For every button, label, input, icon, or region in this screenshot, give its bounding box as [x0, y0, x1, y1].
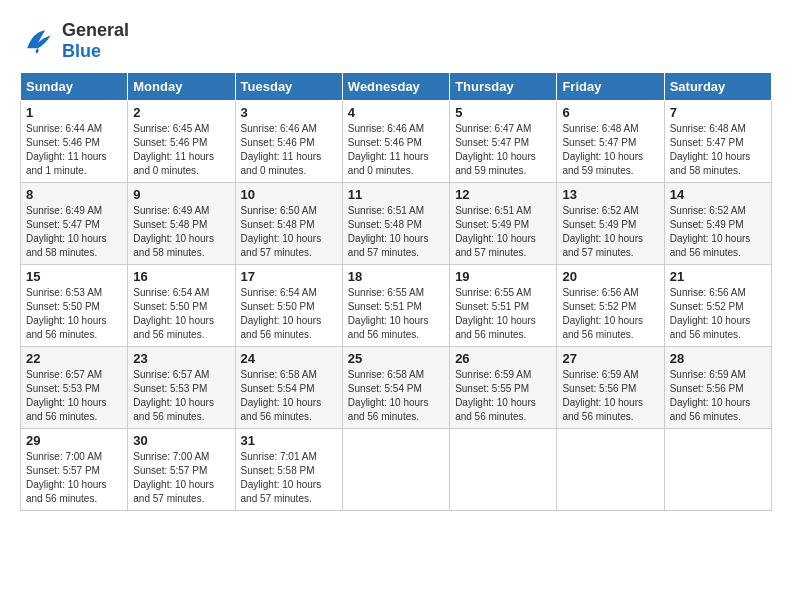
calendar-cell: 14 Sunrise: 6:52 AMSunset: 5:49 PMDaylig… — [664, 183, 771, 265]
day-number: 19 — [455, 269, 551, 284]
calendar-cell: 11 Sunrise: 6:51 AMSunset: 5:48 PMDaylig… — [342, 183, 449, 265]
calendar-week-5: 29 Sunrise: 7:00 AMSunset: 5:57 PMDaylig… — [21, 429, 772, 511]
day-info: Sunrise: 6:57 AMSunset: 5:53 PMDaylight:… — [26, 369, 107, 422]
day-number: 18 — [348, 269, 444, 284]
day-number: 13 — [562, 187, 658, 202]
day-info: Sunrise: 6:56 AMSunset: 5:52 PMDaylight:… — [562, 287, 643, 340]
day-info: Sunrise: 6:53 AMSunset: 5:50 PMDaylight:… — [26, 287, 107, 340]
day-number: 17 — [241, 269, 337, 284]
day-number: 4 — [348, 105, 444, 120]
calendar-cell: 25 Sunrise: 6:58 AMSunset: 5:54 PMDaylig… — [342, 347, 449, 429]
day-info: Sunrise: 6:59 AMSunset: 5:55 PMDaylight:… — [455, 369, 536, 422]
day-info: Sunrise: 6:58 AMSunset: 5:54 PMDaylight:… — [348, 369, 429, 422]
calendar-cell: 2 Sunrise: 6:45 AMSunset: 5:46 PMDayligh… — [128, 101, 235, 183]
weekday-tuesday: Tuesday — [235, 73, 342, 101]
weekday-monday: Monday — [128, 73, 235, 101]
calendar-cell: 12 Sunrise: 6:51 AMSunset: 5:49 PMDaylig… — [450, 183, 557, 265]
day-number: 25 — [348, 351, 444, 366]
day-number: 26 — [455, 351, 551, 366]
weekday-friday: Friday — [557, 73, 664, 101]
day-info: Sunrise: 6:57 AMSunset: 5:53 PMDaylight:… — [133, 369, 214, 422]
day-number: 29 — [26, 433, 122, 448]
day-number: 5 — [455, 105, 551, 120]
day-number: 14 — [670, 187, 766, 202]
calendar-cell: 30 Sunrise: 7:00 AMSunset: 5:57 PMDaylig… — [128, 429, 235, 511]
calendar-cell: 15 Sunrise: 6:53 AMSunset: 5:50 PMDaylig… — [21, 265, 128, 347]
day-number: 21 — [670, 269, 766, 284]
day-info: Sunrise: 6:59 AMSunset: 5:56 PMDaylight:… — [562, 369, 643, 422]
weekday-saturday: Saturday — [664, 73, 771, 101]
calendar-week-2: 8 Sunrise: 6:49 AMSunset: 5:47 PMDayligh… — [21, 183, 772, 265]
calendar-cell: 22 Sunrise: 6:57 AMSunset: 5:53 PMDaylig… — [21, 347, 128, 429]
calendar-week-3: 15 Sunrise: 6:53 AMSunset: 5:50 PMDaylig… — [21, 265, 772, 347]
day-info: Sunrise: 7:00 AMSunset: 5:57 PMDaylight:… — [133, 451, 214, 504]
day-number: 9 — [133, 187, 229, 202]
calendar-cell: 3 Sunrise: 6:46 AMSunset: 5:46 PMDayligh… — [235, 101, 342, 183]
weekday-thursday: Thursday — [450, 73, 557, 101]
day-info: Sunrise: 6:52 AMSunset: 5:49 PMDaylight:… — [562, 205, 643, 258]
day-number: 28 — [670, 351, 766, 366]
day-number: 24 — [241, 351, 337, 366]
day-info: Sunrise: 6:58 AMSunset: 5:54 PMDaylight:… — [241, 369, 322, 422]
weekday-sunday: Sunday — [21, 73, 128, 101]
day-number: 7 — [670, 105, 766, 120]
day-info: Sunrise: 6:48 AMSunset: 5:47 PMDaylight:… — [670, 123, 751, 176]
day-number: 1 — [26, 105, 122, 120]
calendar-cell: 23 Sunrise: 6:57 AMSunset: 5:53 PMDaylig… — [128, 347, 235, 429]
calendar-cell: 20 Sunrise: 6:56 AMSunset: 5:52 PMDaylig… — [557, 265, 664, 347]
day-info: Sunrise: 6:49 AMSunset: 5:47 PMDaylight:… — [26, 205, 107, 258]
day-info: Sunrise: 6:54 AMSunset: 5:50 PMDaylight:… — [241, 287, 322, 340]
calendar-cell: 13 Sunrise: 6:52 AMSunset: 5:49 PMDaylig… — [557, 183, 664, 265]
calendar-cell: 31 Sunrise: 7:01 AMSunset: 5:58 PMDaylig… — [235, 429, 342, 511]
day-number: 12 — [455, 187, 551, 202]
weekday-header-row: SundayMondayTuesdayWednesdayThursdayFrid… — [21, 73, 772, 101]
day-number: 30 — [133, 433, 229, 448]
day-info: Sunrise: 6:44 AMSunset: 5:46 PMDaylight:… — [26, 123, 107, 176]
logo-text: General Blue — [62, 20, 129, 62]
day-number: 11 — [348, 187, 444, 202]
calendar-cell: 18 Sunrise: 6:55 AMSunset: 5:51 PMDaylig… — [342, 265, 449, 347]
day-info: Sunrise: 7:01 AMSunset: 5:58 PMDaylight:… — [241, 451, 322, 504]
calendar-cell: 7 Sunrise: 6:48 AMSunset: 5:47 PMDayligh… — [664, 101, 771, 183]
day-info: Sunrise: 6:56 AMSunset: 5:52 PMDaylight:… — [670, 287, 751, 340]
calendar-cell: 1 Sunrise: 6:44 AMSunset: 5:46 PMDayligh… — [21, 101, 128, 183]
calendar-cell — [664, 429, 771, 511]
calendar-cell — [557, 429, 664, 511]
day-number: 16 — [133, 269, 229, 284]
calendar-table: SundayMondayTuesdayWednesdayThursdayFrid… — [20, 72, 772, 511]
page-header: General Blue — [20, 20, 772, 62]
calendar-cell: 4 Sunrise: 6:46 AMSunset: 5:46 PMDayligh… — [342, 101, 449, 183]
day-info: Sunrise: 6:55 AMSunset: 5:51 PMDaylight:… — [455, 287, 536, 340]
calendar-cell — [450, 429, 557, 511]
day-info: Sunrise: 6:49 AMSunset: 5:48 PMDaylight:… — [133, 205, 214, 258]
day-number: 15 — [26, 269, 122, 284]
logo-icon — [20, 23, 56, 59]
day-info: Sunrise: 6:45 AMSunset: 5:46 PMDaylight:… — [133, 123, 214, 176]
calendar-cell: 17 Sunrise: 6:54 AMSunset: 5:50 PMDaylig… — [235, 265, 342, 347]
day-info: Sunrise: 7:00 AMSunset: 5:57 PMDaylight:… — [26, 451, 107, 504]
day-info: Sunrise: 6:52 AMSunset: 5:49 PMDaylight:… — [670, 205, 751, 258]
day-info: Sunrise: 6:47 AMSunset: 5:47 PMDaylight:… — [455, 123, 536, 176]
day-info: Sunrise: 6:46 AMSunset: 5:46 PMDaylight:… — [348, 123, 429, 176]
day-number: 27 — [562, 351, 658, 366]
calendar-week-4: 22 Sunrise: 6:57 AMSunset: 5:53 PMDaylig… — [21, 347, 772, 429]
calendar-cell: 8 Sunrise: 6:49 AMSunset: 5:47 PMDayligh… — [21, 183, 128, 265]
calendar-cell: 29 Sunrise: 7:00 AMSunset: 5:57 PMDaylig… — [21, 429, 128, 511]
calendar-cell: 19 Sunrise: 6:55 AMSunset: 5:51 PMDaylig… — [450, 265, 557, 347]
calendar-cell: 5 Sunrise: 6:47 AMSunset: 5:47 PMDayligh… — [450, 101, 557, 183]
calendar-cell: 10 Sunrise: 6:50 AMSunset: 5:48 PMDaylig… — [235, 183, 342, 265]
day-info: Sunrise: 6:51 AMSunset: 5:49 PMDaylight:… — [455, 205, 536, 258]
day-number: 3 — [241, 105, 337, 120]
day-info: Sunrise: 6:55 AMSunset: 5:51 PMDaylight:… — [348, 287, 429, 340]
day-number: 22 — [26, 351, 122, 366]
calendar-cell: 21 Sunrise: 6:56 AMSunset: 5:52 PMDaylig… — [664, 265, 771, 347]
day-number: 6 — [562, 105, 658, 120]
calendar-cell: 9 Sunrise: 6:49 AMSunset: 5:48 PMDayligh… — [128, 183, 235, 265]
weekday-wednesday: Wednesday — [342, 73, 449, 101]
day-info: Sunrise: 6:51 AMSunset: 5:48 PMDaylight:… — [348, 205, 429, 258]
day-number: 8 — [26, 187, 122, 202]
day-info: Sunrise: 6:54 AMSunset: 5:50 PMDaylight:… — [133, 287, 214, 340]
calendar-cell: 28 Sunrise: 6:59 AMSunset: 5:56 PMDaylig… — [664, 347, 771, 429]
day-number: 31 — [241, 433, 337, 448]
calendar-cell: 26 Sunrise: 6:59 AMSunset: 5:55 PMDaylig… — [450, 347, 557, 429]
